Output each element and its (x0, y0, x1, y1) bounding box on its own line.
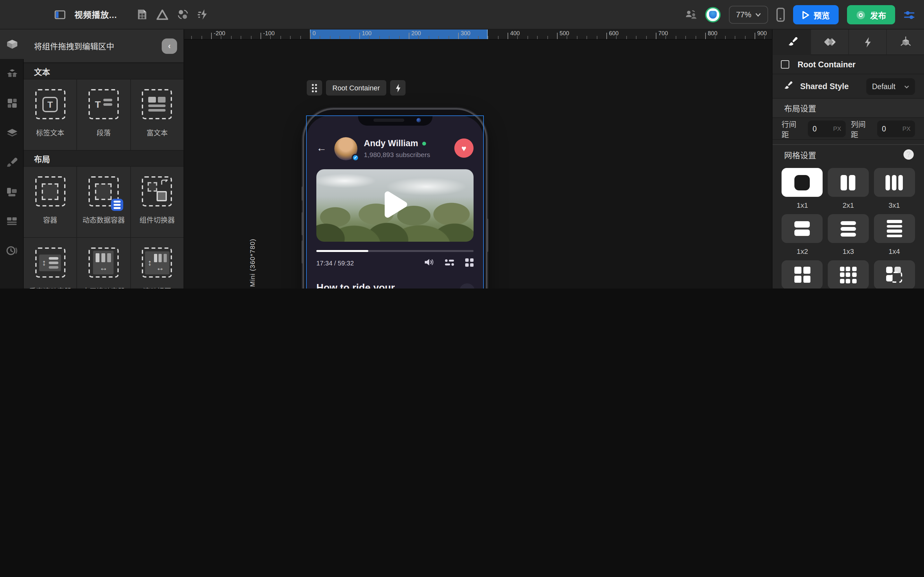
palette-item-dynamic-container[interactable]: 动态数据容器 (78, 167, 130, 237)
section-header-layout[interactable]: 布局 (24, 150, 184, 167)
notch (358, 115, 432, 126)
flash-run-icon[interactable] (198, 9, 210, 20)
dynamic-container-icon (89, 176, 119, 206)
tag-text-icon: T (35, 89, 65, 119)
grid-option-1x2[interactable]: 1x2 (782, 214, 823, 255)
subscriber-count: 1,980,893 subscribers (364, 151, 430, 158)
palette-item-paragraph[interactable]: T 段落 (78, 79, 130, 150)
selected-node-row[interactable]: Root Container (772, 55, 924, 74)
rail-layers-icon[interactable] (0, 118, 24, 147)
paragraph-icon: T (89, 89, 119, 119)
palette-header: 将组件拖拽到编辑区中 ‹ (24, 29, 184, 63)
shared-style-label: Shared Style (800, 82, 849, 91)
rail-widgets-icon[interactable] (0, 89, 24, 118)
tab-events[interactable] (848, 29, 886, 55)
section-header-text[interactable]: 文本 (24, 63, 184, 79)
grid-option-custom[interactable]: 自定义 (874, 260, 915, 288)
grid-option-1x1[interactable]: 1x1 (782, 168, 823, 209)
grid-option-1x4[interactable]: 1x4 (874, 214, 915, 255)
rail-pages-icon[interactable] (0, 206, 24, 236)
video-thumbnail[interactable] (317, 169, 473, 242)
device-frame-icon[interactable] (776, 8, 785, 22)
phone-mockup[interactable]: ← ✓ Andy William 1,980,893 subscribers ♥ (304, 110, 486, 288)
video-progress-fill (317, 250, 368, 252)
rail-components-icon[interactable] (0, 29, 24, 59)
shared-style-select[interactable]: Default (866, 78, 915, 95)
user-avatar[interactable] (705, 7, 720, 23)
scrollview-icon: ↕↔ (142, 247, 172, 277)
online-dot (422, 141, 426, 145)
verified-badge-icon: ✓ (352, 154, 359, 161)
shared-style-row: Shared Style Default (772, 74, 924, 99)
switcher-icon (142, 176, 172, 206)
grid-option-3x1[interactable]: 3x1 (874, 168, 915, 209)
tab-style[interactable] (772, 29, 811, 55)
grid-view-icon[interactable] (465, 258, 473, 268)
palette-hint: 将组件拖拽到编辑区中 (34, 40, 114, 52)
richtext-icon (142, 89, 172, 119)
grid-option-2x1[interactable]: 2x1 (827, 168, 869, 209)
tab-3d[interactable] (886, 29, 924, 55)
rail-layout-icon[interactable] (0, 177, 24, 206)
sync-icon[interactable] (178, 9, 189, 20)
palette-item-hscroll[interactable]: ↔ 水平滚动容器 (78, 238, 130, 288)
row-gap-label: 行间距 (782, 118, 803, 139)
editor-canvas[interactable]: -200-1000100200300400500600700800900 Roo… (184, 29, 772, 288)
sidebar-toggle-icon[interactable] (54, 9, 65, 20)
drive-icon[interactable] (157, 9, 168, 20)
tab-interactions[interactable] (811, 29, 848, 55)
gap-settings-row: 行间距 0PX 列间距 0PX (772, 118, 924, 140)
collaborators-icon[interactable] (685, 9, 697, 21)
design-tool-window: 视频播放... 77% (0, 0, 924, 288)
grid-option-3x3[interactable]: 3x3 (827, 260, 869, 288)
device-label: IPHONE iPhone 12 Mini (360*780) (248, 234, 256, 288)
selected-node-title: Root Container (798, 60, 856, 69)
rail-blocks-icon[interactable] (0, 59, 24, 89)
grid-settings-header: 网格设置 ? (772, 145, 924, 164)
preview-button[interactable]: 预览 (793, 5, 838, 24)
rail-theme-icon[interactable] (0, 147, 24, 177)
hscroll-container-icon: ↔ (89, 247, 119, 277)
channel-name[interactable]: Andy William (364, 139, 418, 148)
bolt-chip[interactable] (390, 80, 405, 95)
drag-handle[interactable] (307, 80, 322, 95)
preview-label: 预览 (814, 9, 830, 21)
palette-item-scrollview[interactable]: ↕↔ 滚动视图 (131, 238, 184, 288)
root-container-chip[interactable]: Root Container (326, 80, 386, 95)
publish-button[interactable]: 发布 (847, 5, 895, 24)
grid-option-2x2[interactable]: 2x2 (782, 260, 823, 288)
palette-item-vscroll[interactable]: ↕ 垂直滚动容器 (24, 238, 77, 288)
back-arrow-icon[interactable]: ← (317, 142, 326, 154)
play-icon[interactable] (382, 190, 408, 221)
col-gap-input[interactable]: 0PX (877, 120, 915, 137)
zoom-select[interactable]: 77% (729, 6, 768, 24)
zoom-value: 77% (736, 10, 751, 19)
rail-history-icon[interactable] (0, 236, 24, 266)
panel-divider (772, 140, 924, 145)
volume-icon[interactable] (424, 258, 434, 268)
publish-label: 发布 (870, 9, 886, 21)
project-title[interactable]: 视频播放... (74, 8, 117, 21)
channel-avatar[interactable]: ✓ (334, 137, 357, 160)
video-progress-bar[interactable] (317, 250, 473, 252)
palette-item-container[interactable]: 容器 (24, 167, 77, 237)
vscroll-container-icon: ↕ (35, 247, 65, 277)
expand-chevron-button[interactable] (459, 284, 475, 288)
node-checkbox-icon[interactable] (781, 60, 789, 69)
row-gap-input[interactable]: 0PX (808, 120, 846, 137)
help-icon[interactable]: ? (903, 149, 914, 160)
properties-panel: Root Container Shared Style Default 布局设置… (772, 29, 924, 288)
camera-dot (416, 118, 421, 122)
palette-item-switcher[interactable]: 组件切换器 (131, 167, 184, 237)
phone-screen: ← ✓ Andy William 1,980,893 subscribers ♥ (306, 115, 484, 288)
palette-collapse-button[interactable]: ‹ (162, 39, 177, 54)
layout-settings-header[interactable]: 布局设置 (772, 99, 924, 118)
playback-time: 17:34 / 59:32 (317, 259, 354, 266)
captions-icon[interactable] (445, 259, 454, 267)
subscribe-heart-button[interactable]: ♥ (454, 139, 473, 158)
grid-option-1x3[interactable]: 1x3 (827, 214, 869, 255)
palette-item-tag-text[interactable]: T 标签文本 (24, 79, 77, 150)
palette-item-richtext[interactable]: 富文本 (131, 79, 184, 150)
page-icon[interactable] (136, 9, 148, 20)
settings-sliders-icon[interactable] (903, 9, 915, 21)
